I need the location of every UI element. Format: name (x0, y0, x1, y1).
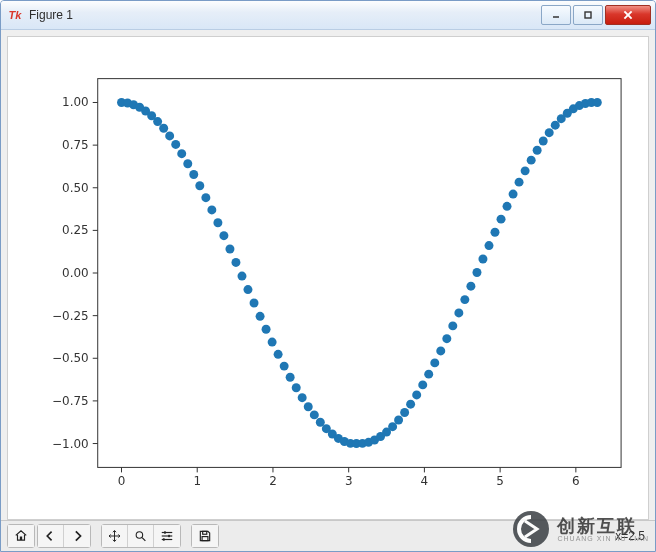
data-point (201, 193, 210, 202)
svg-rect-45 (203, 531, 207, 534)
home-icon (14, 527, 28, 545)
data-point (593, 98, 602, 107)
svg-rect-46 (202, 537, 208, 541)
svg-rect-44 (163, 538, 165, 540)
nav-group-hist (37, 524, 91, 548)
data-point (533, 146, 542, 155)
back-button[interactable] (38, 525, 64, 547)
data-point (406, 400, 415, 409)
pan-button[interactable] (102, 525, 128, 547)
forward-button[interactable] (64, 525, 90, 547)
data-point (159, 124, 168, 133)
move-icon (108, 527, 121, 545)
data-point (485, 241, 494, 250)
coord-readout: x=2.5 (605, 529, 645, 543)
data-point (195, 181, 204, 190)
svg-line-38 (142, 538, 145, 541)
plot-svg: −1.00−0.75−0.50−0.250.000.250.500.751.00… (8, 37, 648, 519)
svg-text:3: 3 (345, 474, 353, 488)
data-point (466, 282, 475, 291)
zoom-button[interactable] (128, 525, 154, 547)
data-point (412, 390, 421, 399)
titlebar[interactable]: Tk Figure 1 (1, 1, 655, 30)
svg-text:5: 5 (496, 474, 504, 488)
svg-text:0: 0 (118, 474, 126, 488)
maximize-button[interactable] (573, 5, 603, 25)
data-point (503, 202, 512, 211)
data-point (213, 218, 222, 227)
svg-text:4: 4 (421, 474, 429, 488)
data-point (280, 362, 289, 371)
svg-text:0.25: 0.25 (62, 223, 89, 237)
app-window: Tk Figure 1 −1.00−0.75−0.50−0.250.000.25… (0, 0, 656, 552)
data-point (448, 321, 457, 330)
data-point (177, 149, 186, 158)
svg-text:1: 1 (193, 474, 201, 488)
nav-toolbar: x=2.5 (1, 520, 655, 551)
svg-text:−0.50: −0.50 (52, 351, 89, 365)
svg-text:1.00: 1.00 (62, 95, 89, 109)
data-point (225, 244, 234, 253)
data-point (418, 380, 427, 389)
svg-text:−0.75: −0.75 (52, 394, 89, 408)
data-point (460, 295, 469, 304)
data-point (286, 373, 295, 382)
data-point (189, 170, 198, 179)
data-point (250, 299, 259, 308)
svg-rect-42 (168, 535, 170, 537)
svg-text:0.00: 0.00 (62, 266, 89, 280)
svg-text:−1.00: −1.00 (52, 437, 89, 451)
close-button[interactable] (605, 5, 651, 25)
data-point (424, 370, 433, 379)
data-point (171, 140, 180, 149)
data-point (527, 156, 536, 165)
data-point (237, 272, 246, 281)
data-point (442, 334, 451, 343)
data-point (515, 178, 524, 187)
data-point (183, 159, 192, 168)
data-point (430, 358, 439, 367)
data-point (454, 308, 463, 317)
data-point (497, 215, 506, 224)
data-point (388, 422, 397, 431)
svg-text:0.75: 0.75 (62, 138, 89, 152)
data-point (472, 268, 481, 277)
data-point (256, 312, 265, 321)
save-button[interactable] (192, 525, 218, 547)
configure-button[interactable] (154, 525, 180, 547)
data-point (268, 338, 277, 347)
magnifier-icon (134, 527, 147, 545)
sliders-icon (160, 527, 174, 545)
svg-text:0.50: 0.50 (62, 181, 89, 195)
svg-point-37 (136, 532, 143, 539)
window-title: Figure 1 (29, 8, 541, 22)
data-point (231, 258, 240, 267)
svg-rect-40 (164, 531, 166, 533)
data-point (262, 325, 271, 334)
data-point (207, 205, 216, 214)
data-point (539, 137, 548, 146)
data-point (298, 393, 307, 402)
window-controls (541, 5, 651, 25)
data-point (310, 410, 319, 419)
plot-canvas[interactable]: −1.00−0.75−0.50−0.250.000.250.500.751.00… (7, 36, 649, 520)
data-point (165, 131, 174, 140)
data-point (243, 285, 252, 294)
home-button[interactable] (8, 525, 34, 547)
data-point (400, 408, 409, 417)
svg-text:6: 6 (572, 474, 580, 488)
tk-icon: Tk (7, 7, 23, 23)
svg-rect-1 (585, 12, 591, 18)
nav-group-view (101, 524, 181, 548)
data-point (490, 228, 499, 237)
data-point (521, 166, 530, 175)
arrow-right-icon (70, 527, 84, 545)
nav-group-save (191, 524, 219, 548)
data-point (478, 255, 487, 264)
minimize-button[interactable] (541, 5, 571, 25)
svg-text:2: 2 (269, 474, 277, 488)
data-point (436, 346, 445, 355)
data-point (153, 117, 162, 126)
data-point (545, 128, 554, 137)
data-point (394, 416, 403, 425)
